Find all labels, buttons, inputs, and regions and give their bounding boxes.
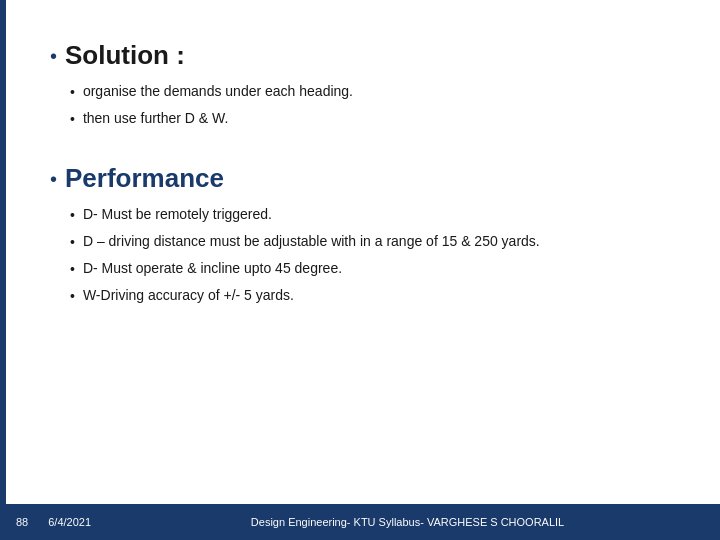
footer-date: 6/4/2021 xyxy=(48,516,91,528)
item-text: D- Must operate & incline upto 45 degree… xyxy=(83,258,670,279)
solution-bullet-large: • xyxy=(50,46,57,66)
solution-heading-text: Solution : xyxy=(65,40,185,71)
item-text: W-Driving accuracy of +/- 5 yards. xyxy=(83,285,670,306)
list-item: • D- Must be remotely triggered. xyxy=(70,204,670,226)
performance-heading-text: Performance xyxy=(65,163,224,194)
list-item: • W-Driving accuracy of +/- 5 yards. xyxy=(70,285,670,307)
bullet-dot: • xyxy=(70,232,75,253)
bullet-dot: • xyxy=(70,82,75,103)
performance-items: • D- Must be remotely triggered. • D – d… xyxy=(50,204,670,307)
bullet-dot: • xyxy=(70,109,75,130)
footer-page-number: 88 xyxy=(16,516,28,528)
list-item: • D- Must operate & incline upto 45 degr… xyxy=(70,258,670,280)
list-item: • D – driving distance must be adjustabl… xyxy=(70,231,670,253)
performance-section: • Performance • D- Must be remotely trig… xyxy=(50,163,670,312)
item-text: then use further D & W. xyxy=(83,108,670,129)
footer-bar: 88 6/4/2021 Design Engineering- KTU Syll… xyxy=(0,504,720,540)
solution-heading-row: • Solution : xyxy=(50,40,670,71)
item-text: D – driving distance must be adjustable … xyxy=(83,231,670,252)
solution-section: • Solution : • organise the demands unde… xyxy=(50,40,670,135)
item-text: organise the demands under each heading. xyxy=(83,81,670,102)
bullet-dot: • xyxy=(70,259,75,280)
bullet-dot: • xyxy=(70,286,75,307)
main-content: • Solution : • organise the demands unde… xyxy=(0,0,720,540)
performance-bullet-large: • xyxy=(50,169,57,189)
item-text: D- Must be remotely triggered. xyxy=(83,204,670,225)
footer-title: Design Engineering- KTU Syllabus- VARGHE… xyxy=(111,516,704,528)
solution-items: • organise the demands under each headin… xyxy=(50,81,670,130)
list-item: • then use further D & W. xyxy=(70,108,670,130)
left-accent-bar xyxy=(0,0,6,540)
bullet-dot: • xyxy=(70,205,75,226)
list-item: • organise the demands under each headin… xyxy=(70,81,670,103)
performance-heading-row: • Performance xyxy=(50,163,670,194)
slide-page: • Solution : • organise the demands unde… xyxy=(0,0,720,540)
